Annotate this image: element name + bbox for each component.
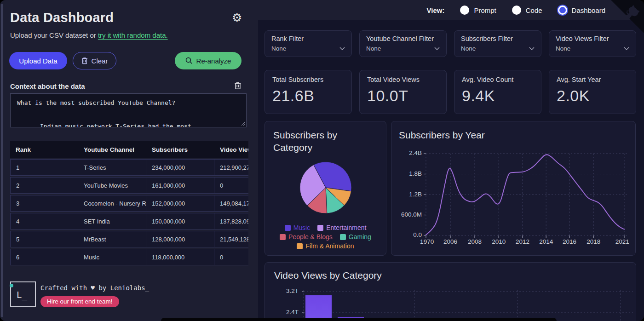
col-video-views: Video Views: [214, 141, 248, 158]
cell: YouTube Movies: [78, 177, 146, 194]
scrollbar[interactable]: [1, 4, 3, 317]
cell: 5: [10, 231, 78, 247]
view-option-dashboard[interactable]: Dashboard: [558, 6, 605, 15]
legend-label: Music: [293, 224, 310, 231]
x-axis-labels: 1970 2006 2008 2010 2012 2014 2016 2018 …: [426, 238, 624, 247]
cell: 150,000,000: [146, 213, 214, 229]
y-tick: 2.4B: [391, 149, 422, 156]
context-textarea[interactable]: What is the most subscribed YouTube Chan…: [10, 93, 247, 127]
stat-label: Avg. Video Count: [462, 76, 534, 83]
cell: 152,000,000: [146, 195, 214, 212]
cell: 6: [10, 249, 78, 265]
y-axis-labels: 2.4B 1.8B 1.2B 600.0M 0.0: [391, 121, 422, 241]
rank-filter[interactable]: Rank Filter None: [264, 30, 352, 57]
reanalyze-button[interactable]: Re-analyze: [175, 52, 242, 69]
table-row: 3Cocomelon - Nursery R152,000,000149,084…: [10, 195, 248, 212]
data-table-container[interactable]: Rank Youtube Channel Subscribers Video V…: [10, 141, 248, 267]
stat-value: 21.6B: [272, 87, 344, 105]
legend-label: Entertainment: [326, 224, 366, 231]
radio-icon[interactable]: [558, 6, 567, 15]
table-header-row: Rank Youtube Channel Subscribers Video V…: [10, 141, 248, 158]
stat-avg-start-year: Avg. Start Year 2.0K: [549, 70, 636, 114]
bar-chart[interactable]: [302, 290, 633, 321]
table-row: 5MrBeast128,000,00021,549,128: [10, 231, 248, 247]
filter-label: Rank Filter: [271, 35, 345, 42]
filter-select[interactable]: None: [556, 45, 629, 52]
filter-value: None: [461, 45, 476, 52]
random-data-link[interactable]: try it with random data.: [98, 31, 168, 39]
video-views-filter[interactable]: Video Views Filter None: [549, 30, 636, 57]
filter-select[interactable]: None: [271, 45, 345, 52]
table-row: 1T-Series234,000,000212,900,27: [10, 159, 248, 176]
cell: 4: [10, 213, 78, 229]
filter-select[interactable]: None: [366, 45, 440, 52]
dashboard-window: Data Dashboard ⚙ Upload your CSV dataset…: [0, 0, 644, 321]
logo-dot: [10, 284, 13, 287]
chart-title: Subscribers by Category: [273, 129, 370, 154]
cell: SET India: [78, 213, 146, 229]
github-corner-icon[interactable]: [611, 0, 644, 33]
x-tick: 2018: [586, 238, 600, 245]
view-option-prompt[interactable]: Prompt: [460, 6, 496, 15]
pie-chart[interactable]: [299, 160, 353, 215]
clear-label: Clear: [92, 57, 108, 65]
stat-value: 2.0K: [557, 87, 628, 105]
col-rank: Rank: [10, 141, 78, 158]
x-tick: 1970: [420, 238, 434, 245]
filter-value: None: [271, 45, 286, 52]
view-label: View:: [426, 6, 444, 14]
cell: 161,000,000: [146, 177, 214, 194]
resize-handle-icon[interactable]: [241, 122, 245, 126]
x-tick: 2012: [516, 238, 529, 245]
legend-label: Gaming: [349, 233, 371, 241]
stat-value: 10.0T: [367, 87, 439, 105]
cell: Cocomelon - Nursery R: [78, 195, 146, 212]
radio-icon[interactable]: [512, 6, 521, 15]
legend-swatch: [340, 234, 346, 240]
cell: 0: [214, 249, 248, 265]
legend-item[interactable]: Film & Animation: [297, 242, 354, 250]
cell: 2: [10, 177, 78, 194]
chevron-down-icon: [339, 47, 345, 50]
x-tick: 2016: [563, 238, 576, 245]
upload-data-label: Upload Data: [19, 57, 57, 65]
gear-icon[interactable]: ⚙: [232, 12, 242, 23]
left-panel: Data Dashboard ⚙ Upload your CSV dataset…: [0, 0, 258, 321]
cell: 3: [10, 195, 78, 212]
search-icon: [185, 57, 193, 64]
stat-label: Total Video Views: [367, 76, 439, 83]
table-row: 6Music118,000,0000: [10, 249, 248, 265]
chevron-down-icon: [529, 47, 535, 50]
cell: T-Series: [78, 159, 146, 176]
video-views-by-category-chart: Video Views by Category 3.2T 2.4T: [264, 262, 636, 321]
context-label: Context about the data: [10, 82, 85, 90]
legend-item[interactable]: Gaming: [340, 233, 371, 241]
cell: 1: [10, 159, 78, 176]
context-trash-icon[interactable]: [234, 81, 242, 92]
radio-icon[interactable]: [460, 6, 469, 15]
upload-data-button[interactable]: Upload Data: [9, 52, 67, 69]
col-channel: Youtube Channel: [78, 141, 146, 158]
view-option-code[interactable]: Code: [512, 6, 542, 15]
filter-select[interactable]: None: [461, 45, 535, 52]
youtube-channel-filter[interactable]: Youtube Channel Filter None: [359, 30, 447, 57]
clear-button[interactable]: Clear: [73, 52, 116, 69]
legend-item[interactable]: Entertainment: [317, 224, 366, 231]
subscribers-filter[interactable]: Subscribers Filter None: [454, 30, 541, 57]
app-root: Data Dashboard ⚙ Upload your CSV dataset…: [0, 0, 644, 321]
hire-team-button[interactable]: Hire our front end team!: [40, 296, 119, 307]
legend-item[interactable]: Music: [285, 224, 310, 231]
leniolabs-logo[interactable]: L_: [10, 281, 36, 307]
line-chart[interactable]: [425, 150, 629, 236]
stat-value: 9.4K: [462, 87, 534, 105]
legend-label: People & Blogs: [288, 233, 333, 241]
context-answer: Indian music network T-Series had the mo…: [40, 123, 191, 127]
legend-swatch: [285, 225, 291, 231]
y-tick: 600.0M: [391, 211, 422, 218]
cell: 234,000,000: [146, 159, 214, 176]
pie-legend: Music Entertainment People & Blogs Gamin…: [269, 224, 382, 250]
legend-item[interactable]: People & Blogs: [280, 233, 333, 241]
logo-text: L_: [17, 290, 27, 300]
radio-label: Code: [526, 6, 542, 14]
page-title: Data Dashboard: [10, 10, 114, 25]
